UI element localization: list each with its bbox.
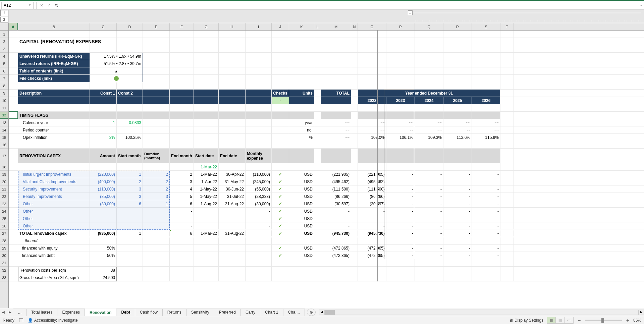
check-icon[interactable]: ✔ xyxy=(272,178,289,185)
col-outline-collapse-icon[interactable]: – xyxy=(408,10,413,15)
check-icon[interactable]: ✔ xyxy=(272,185,289,193)
hdr-const2[interactable]: Const 2 xyxy=(117,90,143,97)
row-header-16[interactable]: 16 xyxy=(0,141,8,149)
row-header-25[interactable]: 25 xyxy=(0,215,8,222)
view-page-break-icon[interactable]: ▭ xyxy=(565,317,573,323)
col-header-T[interactable]: T xyxy=(500,23,514,30)
unlev-label[interactable]: Unlevered returns (IRR•EqM•GR) xyxy=(18,53,90,60)
row-header-5[interactable]: 5 xyxy=(0,60,8,67)
year-2025[interactable]: 2025 xyxy=(443,97,472,104)
debt-pct[interactable]: 50% xyxy=(90,252,117,259)
sheet-nav-next-icon[interactable]: ▶ xyxy=(7,309,13,316)
capex-total-em[interactable]: 6 xyxy=(170,230,194,237)
row-header-9[interactable]: 9 xyxy=(0,90,8,97)
col-header-O[interactable]: O xyxy=(358,23,386,30)
sheet-tab-returns[interactable]: Returns xyxy=(163,309,186,316)
macro-record-icon[interactable] xyxy=(19,318,23,322)
row-header-2[interactable]: 2 xyxy=(0,38,8,45)
check-icon[interactable]: ✔ xyxy=(272,208,289,215)
capex-item-name[interactable]: Other xyxy=(18,222,90,229)
row-header-31[interactable]: 31 xyxy=(0,259,8,267)
row-header-29[interactable]: 29 xyxy=(0,245,8,252)
row-header-7[interactable]: 7 xyxy=(0,75,8,82)
col-header-H[interactable]: H xyxy=(219,23,246,30)
col-header-M[interactable]: M xyxy=(321,23,351,30)
col-header-N[interactable]: N xyxy=(351,23,358,30)
thereof-label[interactable]: thereof: xyxy=(18,237,90,244)
col-header-L[interactable]: L xyxy=(314,23,321,30)
sheet-tab-more[interactable]: ... xyxy=(13,309,26,316)
col-header-D[interactable]: D xyxy=(117,23,143,30)
sheet-tab-debt[interactable]: Debt xyxy=(116,309,135,316)
per-sqm-label[interactable]: Renovation costs per sqm xyxy=(18,267,90,274)
capex-item-amount[interactable]: (490,000) xyxy=(90,178,117,185)
capex-item-amount[interactable]: (30,000) xyxy=(90,200,117,207)
accessibility-status[interactable]: 👤Accessibility: Investigate xyxy=(28,318,78,323)
hdr-const1[interactable]: Const 1 xyxy=(90,90,117,97)
hdr-units[interactable]: Units xyxy=(289,90,314,97)
equity-label[interactable]: financed with equity xyxy=(18,245,90,252)
row-header-30[interactable]: 30 xyxy=(0,252,8,259)
cancel-formula-icon[interactable]: ✕ xyxy=(38,2,45,9)
check-icon[interactable]: ✔ xyxy=(272,171,289,178)
row-header-14[interactable]: 14 xyxy=(0,126,8,134)
hdr-checks[interactable]: Checks xyxy=(272,90,289,97)
zoom-in-button[interactable]: + xyxy=(625,318,630,323)
capex-total-total[interactable]: (945,730) xyxy=(321,230,351,237)
sheet-tab-chart-1[interactable]: Chart 1 xyxy=(260,309,283,316)
sheet-tab-total-leases[interactable]: Total leases xyxy=(26,309,57,316)
col-header-I[interactable]: I xyxy=(246,23,272,30)
sheet-tab-cha-[interactable]: Cha ... xyxy=(283,309,305,316)
row-header-24[interactable]: 24 xyxy=(0,208,8,215)
col-header-C[interactable]: C xyxy=(90,23,117,30)
capex-hdr-enddate[interactable]: End date xyxy=(219,149,246,163)
select-all-corner[interactable] xyxy=(0,23,8,31)
check-icon[interactable]: ✔ xyxy=(272,222,289,229)
sheet-tab-cash-flow[interactable]: Cash flow xyxy=(135,309,163,316)
checks-ok-cell[interactable]: - xyxy=(272,97,289,104)
row-header-15[interactable]: 15 xyxy=(0,134,8,141)
col-header-P[interactable]: P xyxy=(386,23,415,30)
unlev-value[interactable]: 17.5% • 1.9x • 54.9m xyxy=(90,53,143,60)
col-header-Q[interactable]: Q xyxy=(415,23,443,30)
capex-total-label[interactable]: TOTAL renovation capex xyxy=(18,230,90,237)
sheet-tab-renovation[interactable]: Renovation xyxy=(85,309,116,316)
capex-hdr-startdate[interactable]: Start date xyxy=(194,149,219,163)
year-2024[interactable]: 2024 xyxy=(415,97,443,104)
capex-total-amount[interactable]: (935,000) xyxy=(90,230,117,237)
formula-bar-expand-icon[interactable]: ▾ xyxy=(638,2,644,9)
col-header-J[interactable]: J xyxy=(272,23,289,30)
capex-hdr-endmonth[interactable]: End month xyxy=(170,149,194,163)
row-header-20[interactable]: 20 xyxy=(0,178,8,185)
capex-item-amount[interactable] xyxy=(90,222,117,229)
row-header-26[interactable]: 26 xyxy=(0,222,8,230)
row-header-8[interactable]: 8 xyxy=(0,82,8,90)
capex-item-amount[interactable]: (110,000) xyxy=(90,185,117,193)
hscroll-right-icon[interactable]: ▶ xyxy=(639,310,644,315)
check-icon[interactable]: ✔ xyxy=(272,200,289,207)
equity-check-icon[interactable]: ✔ xyxy=(272,245,289,252)
timing-label[interactable]: Calendar year xyxy=(18,119,90,126)
row-header-19[interactable]: 19 xyxy=(0,171,8,178)
check-icon[interactable]: ✔ xyxy=(272,215,289,222)
per-sqm-val[interactable]: 38 xyxy=(90,267,117,274)
row-header-33[interactable]: 33 xyxy=(0,274,8,281)
capex-item-name[interactable]: Vital and Class Improvements xyxy=(18,178,90,185)
col-header-F[interactable]: F xyxy=(170,23,194,30)
hdr-total[interactable]: TOTAL xyxy=(321,90,351,97)
section-capex[interactable]: RENOVATION CAPEX xyxy=(18,149,90,163)
timing-label[interactable]: Period counter xyxy=(18,126,90,133)
toc-link-icon[interactable]: ▲ xyxy=(90,67,143,74)
row-header-18[interactable]: 18 xyxy=(0,163,8,171)
capex-item-name[interactable]: Beauty Improvements xyxy=(18,193,90,200)
checks-link-icon[interactable] xyxy=(90,75,143,82)
row-header-6[interactable]: 6 xyxy=(0,67,8,75)
row-header-13[interactable]: 13 xyxy=(0,119,8,126)
year-2022[interactable]: 2022 xyxy=(358,97,386,104)
capex-hdr-duration[interactable]: Duration (months) xyxy=(143,149,170,163)
toc-label[interactable]: Table of contents (link) xyxy=(18,67,90,74)
row-outline-level-2[interactable]: 2 xyxy=(0,17,8,23)
sheet-tab-sensitivity[interactable]: Sensitivity xyxy=(186,309,214,316)
capex-hdr-amount[interactable]: Amount xyxy=(90,149,117,163)
debt-check-icon[interactable]: ✔ xyxy=(272,252,289,259)
